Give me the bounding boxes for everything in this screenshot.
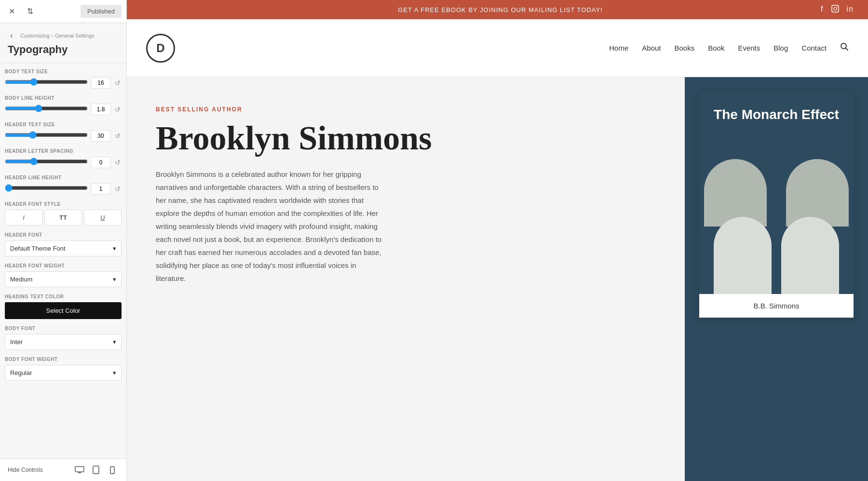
panel-topbar: ✕ ⇅ Published <box>0 0 126 23</box>
swap-icon[interactable]: ⇅ <box>23 5 37 18</box>
facebook-icon[interactable]: f <box>821 5 823 14</box>
header-line-height-reset[interactable]: ↺ <box>114 184 122 194</box>
published-button[interactable]: Published <box>81 5 122 18</box>
breadcrumb-child: General Settings <box>55 33 95 39</box>
instagram-icon[interactable] <box>831 5 839 14</box>
bold-button[interactable]: TT <box>44 210 82 226</box>
heading-text-color-group: HEADING TEXT COLOR Select Color <box>5 294 122 319</box>
hero-title: Brooklyn Simmons <box>156 120 656 156</box>
body-font-weight-arrow: ▾ <box>113 369 116 376</box>
body-text-size-input[interactable]: 16 <box>91 77 111 89</box>
body-font-weight-group: BODY FONT WEIGHT Regular ▾ <box>5 357 122 381</box>
tablet-view-icon[interactable] <box>90 464 102 476</box>
header-line-height-row: ↺ <box>5 183 122 195</box>
social-icons: f in <box>821 5 854 14</box>
mobile-view-icon[interactable] <box>106 464 119 476</box>
body-line-height-label: BODY LINE HEIGHT <box>5 95 122 101</box>
svg-rect-7 <box>832 5 839 12</box>
back-button[interactable]: ‹ <box>5 29 18 42</box>
nav-book[interactable]: Book <box>708 44 724 52</box>
body-line-height-group: BODY LINE HEIGHT ↺ <box>5 95 122 115</box>
linkedin-icon[interactable]: in <box>847 5 854 14</box>
hero-left: BEST SELLING AUTHOR Brooklyn Simmons Bro… <box>127 77 685 481</box>
svg-rect-0 <box>75 467 84 472</box>
header-line-height-input[interactable] <box>91 183 111 195</box>
body-line-height-row: ↺ <box>5 104 122 115</box>
body-line-height-input[interactable] <box>91 104 111 115</box>
body-text-size-slider[interactable] <box>5 78 88 86</box>
view-icons <box>73 464 119 476</box>
svg-point-8 <box>834 7 837 10</box>
body-text-size-reset[interactable]: ↺ <box>114 78 122 88</box>
body-font-weight-dropdown[interactable]: Regular ▾ <box>5 365 122 381</box>
breadcrumb-arrow: › <box>52 33 53 39</box>
body-line-height-slider[interactable] <box>5 105 88 112</box>
header-letter-spacing-input[interactable] <box>91 157 111 168</box>
desktop-view-icon[interactable] <box>73 464 86 476</box>
header-font-label: HEADER FONT <box>5 232 122 238</box>
header-line-height-label: HEADER LINE HEIGHT <box>5 175 122 180</box>
shape-top-right <box>786 159 849 227</box>
header-letter-spacing-row: ↺ <box>5 157 122 168</box>
header-text-size-reset[interactable]: ↺ <box>114 131 122 141</box>
header-text-size-input[interactable] <box>91 130 111 142</box>
header-text-size-row: ↺ <box>5 130 122 142</box>
hero-right: The Monarch Effect B.B. Simmons <box>685 77 868 481</box>
close-icon[interactable]: ✕ <box>5 5 18 18</box>
body-font-group: BODY FONT Inter ▾ <box>5 326 122 350</box>
select-color-button[interactable]: Select Color <box>5 302 122 319</box>
header-font-dropdown[interactable]: Default Theme Font ▾ <box>5 240 122 256</box>
header-line-height-slider[interactable] <box>5 184 88 192</box>
body-font-label: BODY FONT <box>5 326 122 331</box>
preview-panel: GET A FREE EBOOK BY JOINING OUR MAILING … <box>127 0 868 481</box>
nav-events[interactable]: Events <box>738 44 760 52</box>
header-font-value: Default Theme Font <box>10 245 66 252</box>
shape-bottom-right <box>781 217 839 294</box>
book-title: The Monarch Effect <box>714 106 839 123</box>
nav-contact[interactable]: Contact <box>801 44 827 52</box>
preview-topbar: GET A FREE EBOOK BY JOINING OUR MAILING … <box>127 0 868 19</box>
preview-nav: D Home About Books Book Events Blog Cont… <box>127 19 868 77</box>
nav-home[interactable]: Home <box>609 44 628 52</box>
nav-links: Home About Books Book Events Blog Contac… <box>609 42 849 53</box>
shape-top-left <box>704 159 767 227</box>
header-font-group: HEADER FONT Default Theme Font ▾ <box>5 232 122 256</box>
breadcrumb: Customizing › General Settings <box>18 33 95 39</box>
book-shapes <box>699 159 854 294</box>
italic-button[interactable]: I <box>5 210 42 226</box>
header-letter-spacing-reset[interactable]: ↺ <box>114 158 122 167</box>
header-text-size-group: HEADER TEXT SIZE ↺ <box>5 122 122 142</box>
book-cover: The Monarch Effect <box>699 92 854 294</box>
preview-hero: BEST SELLING AUTHOR Brooklyn Simmons Bro… <box>127 77 868 481</box>
svg-point-6 <box>112 472 112 473</box>
header-text-size-label: HEADER TEXT SIZE <box>5 122 122 127</box>
book-author: B.B. Simmons <box>699 294 854 318</box>
header-letter-spacing-slider[interactable] <box>5 158 88 165</box>
body-font-value: Inter <box>10 338 23 346</box>
shape-bottom-left <box>714 217 772 294</box>
header-line-height-group: HEADER LINE HEIGHT ↺ <box>5 175 122 195</box>
hero-tag: BEST SELLING AUTHOR <box>156 106 656 113</box>
hero-description: Brooklyn Simmons is a celebrated author … <box>156 168 387 285</box>
header-text-size-slider[interactable] <box>5 131 88 139</box>
left-panel: ✕ ⇅ Published ‹ Customizing › General Se… <box>0 0 127 481</box>
header-font-weight-value: Medium <box>10 276 32 283</box>
book-card: The Monarch Effect B.B. Simmons <box>699 92 854 318</box>
body-font-arrow: ▾ <box>113 338 116 346</box>
nav-logo: D <box>146 34 175 63</box>
header-font-style-label: HEADER FONT STYLE <box>5 201 122 207</box>
header-font-arrow: ▾ <box>113 245 116 252</box>
nav-about[interactable]: About <box>642 44 661 52</box>
topbar-announcement: GET A FREE EBOOK BY JOINING OUR MAILING … <box>180 6 821 13</box>
nav-blog[interactable]: Blog <box>773 44 788 52</box>
hide-controls-label[interactable]: Hide Controls <box>8 467 43 473</box>
search-icon[interactable] <box>840 42 849 53</box>
panel-title: Typography <box>0 42 126 63</box>
underline-button[interactable]: U <box>84 210 122 226</box>
nav-books[interactable]: Books <box>675 44 695 52</box>
body-font-weight-label: BODY FONT WEIGHT <box>5 357 122 362</box>
header-font-weight-dropdown[interactable]: Medium ▾ <box>5 271 122 287</box>
body-text-size-row: 16 ↺ <box>5 77 122 89</box>
body-font-dropdown[interactable]: Inter ▾ <box>5 334 122 350</box>
body-line-height-reset[interactable]: ↺ <box>114 105 122 114</box>
